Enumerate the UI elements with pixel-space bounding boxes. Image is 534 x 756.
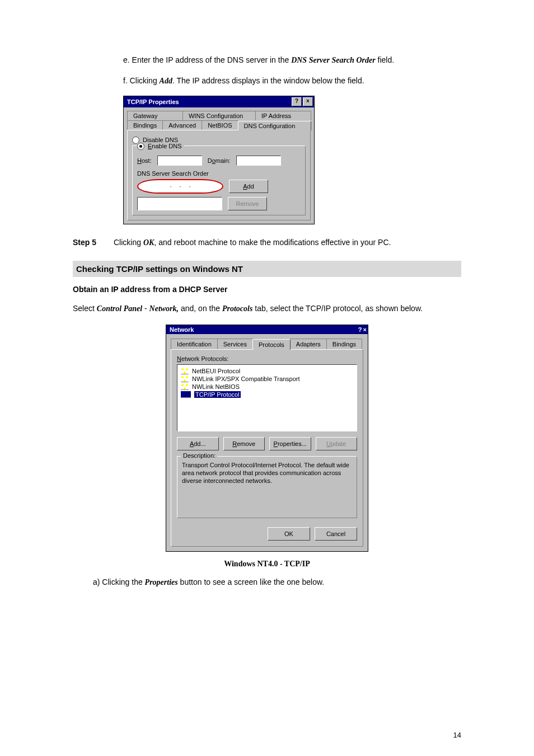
add-term: Add: [160, 77, 172, 85]
close-button[interactable]: ×: [303, 97, 313, 106]
tcpip-tabs-row2: Bindings Advanced NetBIOS DNS Configurat…: [127, 120, 311, 130]
tab-netbios[interactable]: NetBIOS: [202, 120, 238, 130]
instruction-e: e. Enter the IP address of the DNS serve…: [123, 54, 461, 67]
tcpip-tabs-row1: Gateway WINS Configuration IP Address: [127, 111, 311, 120]
protocol-icon: [181, 368, 189, 374]
description-text: Transport Control Protocol/Internet Prot…: [182, 461, 352, 485]
dns-order-legend: DNS Server Search Order: [137, 170, 301, 177]
tab-identification[interactable]: Identification: [171, 339, 218, 349]
properties-button[interactable]: Properties...: [269, 437, 311, 450]
figure-caption: Windows NT4.0 - TCP/IP: [73, 560, 461, 569]
enable-dns-label: Enable DNS: [148, 143, 182, 149]
tcpip-title: TCP/IP Properties: [127, 98, 179, 105]
host-input[interactable]: [157, 156, 202, 166]
tcpip-properties-dialog: TCP/IP Properties ? × Gateway WINS Confi…: [123, 96, 315, 224]
step-5: Step 5 Clicking OK, and reboot machine t…: [73, 238, 461, 247]
list-item[interactable]: NetBEUI Protocol: [180, 367, 354, 375]
tab-advanced[interactable]: Advanced: [162, 120, 202, 130]
network-title: Network: [170, 326, 194, 333]
radio-enable-dns[interactable]: [137, 143, 144, 150]
description-legend: Description:: [181, 452, 218, 459]
tab-bindings[interactable]: Bindings: [127, 120, 163, 130]
tab-services[interactable]: Services: [217, 339, 253, 349]
protocol-icon: [181, 383, 189, 390]
tab-adapters[interactable]: Adapters: [290, 339, 327, 349]
protocols-list-label: Network Protocols:: [177, 355, 357, 362]
step-text: Clicking OK, and reboot machine to make …: [114, 238, 391, 247]
add-button[interactable]: Add: [229, 180, 268, 193]
remove-button: Remove: [228, 197, 267, 210]
protocol-icon: [181, 375, 189, 382]
domain-label: Domain:: [208, 157, 231, 164]
tab-ip-address[interactable]: IP Address: [255, 111, 311, 120]
tab-protocols[interactable]: Protocols: [252, 339, 291, 350]
instruction-f: f. Clicking Add. The IP address displays…: [123, 74, 461, 87]
remove-button[interactable]: Remove: [223, 437, 265, 450]
dns-ip-input[interactable]: · · ·: [137, 179, 223, 194]
dns-order-term: DNS Server Search Order: [291, 56, 376, 64]
step-label: Step 5: [73, 238, 104, 247]
tab-dns-configuration[interactable]: DNS Configuration: [238, 121, 311, 130]
dot-icon: ·: [189, 183, 191, 190]
tab-wins[interactable]: WINS Configuration: [182, 111, 256, 120]
host-label: Host:: [137, 157, 152, 164]
obtain-heading: Obtain an IP address from a DHCP Server: [73, 285, 461, 294]
list-item[interactable]: NWLink NetBIOS: [180, 383, 354, 391]
text: f. Clicking: [123, 76, 160, 85]
dns-server-list[interactable]: [137, 197, 222, 210]
select-network-para: Select Control Panel - Network, and, on …: [73, 300, 461, 317]
text: . The IP address displays in the window …: [172, 76, 364, 85]
text: e. Enter the IP address of the DNS serve…: [123, 55, 291, 64]
tcpip-titlebar: TCP/IP Properties ? ×: [124, 96, 314, 107]
cancel-button[interactable]: Cancel: [315, 527, 357, 541]
help-button[interactable]: ?: [358, 326, 362, 333]
list-item[interactable]: NWLink IPX/SPX Compatible Transport: [180, 375, 354, 383]
dns-tab-panel: DDisable DNSisable DNS Enable DNS Host: …: [127, 130, 311, 220]
domain-input[interactable]: [236, 156, 281, 166]
text: field.: [376, 55, 394, 64]
add-button[interactable]: Add...: [177, 437, 219, 450]
tab-bindings[interactable]: Bindings: [326, 339, 362, 349]
description-group: Description: Transport Control Protocol/…: [177, 456, 357, 518]
instruction-a: a) Clicking the Properties button to see…: [106, 577, 461, 587]
page-number: 14: [453, 731, 461, 739]
network-tabs: Identification Services Protocols Adapte…: [171, 339, 363, 349]
protocol-icon: [181, 391, 191, 398]
network-titlebar: Network ? ×: [166, 325, 368, 334]
network-dialog: Network ? × Identification Services Prot…: [166, 325, 368, 552]
protocols-panel: Network Protocols: NetBEUI Protocol NWLi…: [171, 349, 363, 547]
section-heading: Checking TCP/IP settings on Windows NT: [73, 261, 461, 277]
list-item-selected[interactable]: TCP/IP Protocol: [180, 391, 354, 398]
protocols-listbox[interactable]: NetBEUI Protocol NWLink IPX/SPX Compatib…: [177, 364, 357, 431]
tab-gateway[interactable]: Gateway: [127, 111, 183, 120]
ok-button[interactable]: OK: [268, 527, 310, 541]
dot-icon: ·: [179, 183, 181, 190]
dot-icon: ·: [170, 183, 171, 190]
close-button[interactable]: ×: [363, 326, 367, 333]
help-button[interactable]: ?: [292, 97, 302, 106]
update-button: Update: [316, 437, 358, 450]
